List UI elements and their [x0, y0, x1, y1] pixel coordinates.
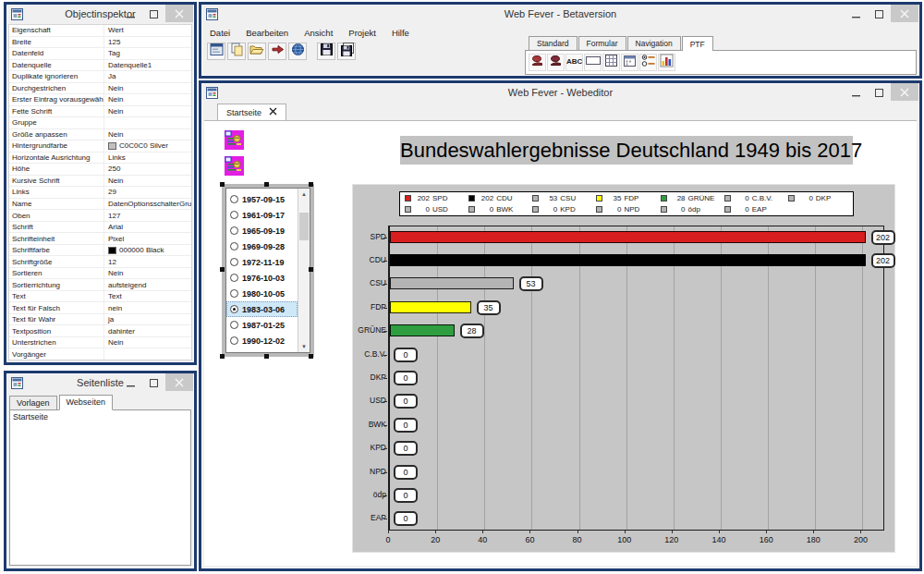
selection-handle[interactable]: [220, 267, 225, 272]
property-row[interactable]: DatenfeldTag: [9, 48, 191, 60]
property-row[interactable]: Gruppe: [9, 117, 191, 129]
property-row[interactable]: Links29: [9, 187, 191, 199]
minimize-button[interactable]: [119, 5, 142, 22]
menu-bearbeiten[interactable]: Bearbeiten: [246, 28, 288, 38]
radio-option[interactable]: 1957-09-15: [226, 191, 298, 207]
selection-handle[interactable]: [264, 354, 269, 359]
stamp-red-button[interactable]: [529, 54, 546, 71]
save-button[interactable]: [317, 43, 335, 60]
property-row[interactable]: Breite125: [9, 37, 191, 49]
main-titlebar[interactable]: Web Fever - Betaversion: [201, 5, 919, 24]
property-row[interactable]: NameDatenOptionsschalterGruppe1: [9, 199, 191, 211]
close-button[interactable]: [891, 83, 918, 101]
property-row[interactable]: TextText: [9, 291, 191, 303]
property-row[interactable]: Größe anpassenNein: [9, 129, 191, 141]
property-row[interactable]: SchrifteinheitPixel: [9, 233, 191, 245]
menu-hilfe[interactable]: Hilfe: [392, 28, 409, 38]
property-row[interactable]: Erster Eintrag vorausgewähltNein: [9, 94, 191, 106]
property-row[interactable]: Textpositiondahinter: [9, 325, 191, 337]
maximize-button[interactable]: [868, 5, 891, 22]
property-row[interactable]: UnterstrichenNein: [9, 337, 191, 349]
textbox-button[interactable]: [584, 54, 602, 71]
webeditor-titlebar[interactable]: Web Fever - Webeditor: [201, 83, 919, 103]
radio-option[interactable]: 1969-09-28: [226, 238, 298, 254]
palette-tab-standard[interactable]: Standard: [529, 36, 578, 50]
abc-label-button[interactable]: ABC: [565, 54, 583, 71]
property-row[interactable]: DatenquelleDatenquelle1: [9, 60, 191, 72]
grid-button[interactable]: [602, 54, 620, 71]
radio-option[interactable]: 1965-09-19: [226, 223, 298, 238]
maximize-button[interactable]: [142, 5, 165, 22]
menu-datei[interactable]: Datei: [210, 28, 230, 38]
form-button[interactable]: [207, 43, 225, 60]
palette-tab-ptf[interactable]: PTF: [682, 36, 713, 51]
tab-startseite[interactable]: Startseite: [217, 104, 286, 120]
scroll-thumb[interactable]: [299, 213, 309, 240]
tab-vorlagen[interactable]: Vorlagen: [9, 396, 57, 410]
close-page-icon[interactable]: [269, 107, 277, 117]
property-row[interactable]: Text für Falschnein: [9, 302, 191, 314]
radio-option[interactable]: 1987-01-25: [226, 317, 298, 333]
property-row[interactable]: Duplikate ignorierenJa: [9, 71, 191, 83]
selection-handle[interactable]: [220, 182, 225, 187]
radio-option[interactable]: 1961-09-17: [226, 207, 298, 223]
property-row[interactable]: Höhe250: [9, 164, 191, 176]
property-row[interactable]: Schriftgröße12: [9, 256, 191, 268]
property-row[interactable]: SchriftArial: [9, 222, 191, 234]
selection-handle[interactable]: [220, 354, 225, 359]
radio-option[interactable]: 1980-10-05: [226, 286, 298, 301]
globe-button[interactable]: [288, 43, 307, 60]
scroll-up-icon[interactable]: ▲: [298, 189, 310, 200]
radio-option[interactable]: 1990-12-02: [226, 333, 298, 348]
property-row[interactable]: Horizontale AusrichtungLinks: [9, 153, 191, 165]
property-row[interactable]: Sortierrichtungaufsteigend: [9, 279, 191, 291]
calendar-button[interactable]: [621, 54, 638, 71]
minimize-button[interactable]: [845, 83, 868, 101]
selection-handle[interactable]: [309, 182, 313, 187]
maximize-button[interactable]: [142, 373, 165, 391]
run-arrow-button[interactable]: [268, 43, 286, 60]
property-row[interactable]: HintergrundfarbeC0C0C0 Silver: [9, 140, 191, 153]
datasource-icon[interactable]: [225, 156, 244, 176]
minimize-button[interactable]: [119, 373, 142, 391]
page-heading[interactable]: Bundeswahlergebnisse Deutschland 1949 bi…: [400, 136, 853, 165]
radio-option[interactable]: 1972-11-19: [226, 254, 298, 270]
radio-list-button[interactable]: [639, 54, 657, 71]
page-list[interactable]: Startseite: [9, 409, 191, 566]
object-inspector-titlebar[interactable]: Objectinspektor: [6, 5, 194, 24]
close-button[interactable]: [165, 5, 193, 22]
selection-handle[interactable]: [309, 354, 313, 359]
tab-webseiten[interactable]: Webseiten: [59, 395, 113, 410]
selection-handle[interactable]: [309, 267, 313, 272]
maximize-button[interactable]: [868, 83, 891, 101]
palette-tab-navigation[interactable]: Navigation: [627, 36, 681, 50]
scroll-down-icon[interactable]: ▼: [298, 341, 310, 352]
editor-canvas[interactable]: Bundeswahlergebnisse Deutschland 1949 bi…: [204, 121, 917, 566]
radio-option[interactable]: 1983-03-06: [226, 301, 298, 317]
copy-button[interactable]: [227, 43, 246, 60]
chart-button[interactable]: [658, 54, 675, 71]
datasource-icon[interactable]: [225, 130, 244, 150]
property-row[interactable]: Kursive SchriftNein: [9, 176, 191, 188]
date-selector-component[interactable]: 1957-09-151961-09-171965-09-191969-09-28…: [222, 184, 314, 357]
property-row[interactable]: Fette SchriftNein: [9, 106, 191, 118]
page-list-item[interactable]: Startseite: [13, 412, 188, 421]
selection-handle[interactable]: [264, 182, 269, 187]
open-folder-button[interactable]: [248, 43, 266, 60]
seitenliste-titlebar[interactable]: Seitenliste: [6, 373, 194, 393]
property-row[interactable]: Schriftfarbe000000 Black: [9, 245, 191, 257]
close-button[interactable]: [165, 373, 193, 391]
palette-tab-formular[interactable]: Formular: [578, 36, 626, 50]
close-button[interactable]: [891, 5, 918, 22]
menu-projekt[interactable]: Projekt: [348, 28, 376, 38]
election-chart[interactable]: 202SPD202CDU53CSU35FDP28GRÜNE0C.B.V.0DKP…: [352, 184, 895, 553]
property-row[interactable]: Oben127: [9, 210, 191, 222]
stamp-dark-button[interactable]: [547, 54, 565, 71]
save-all-button[interactable]: [337, 43, 356, 60]
menu-ansicht[interactable]: Ansicht: [304, 28, 333, 38]
minimize-button[interactable]: [845, 5, 868, 22]
property-row[interactable]: SortierenNein: [9, 268, 191, 280]
property-row[interactable]: Vorgänger: [9, 348, 191, 360]
radio-option[interactable]: 1976-10-03: [226, 270, 298, 286]
property-row[interactable]: DurchgestrichenNein: [9, 83, 191, 95]
